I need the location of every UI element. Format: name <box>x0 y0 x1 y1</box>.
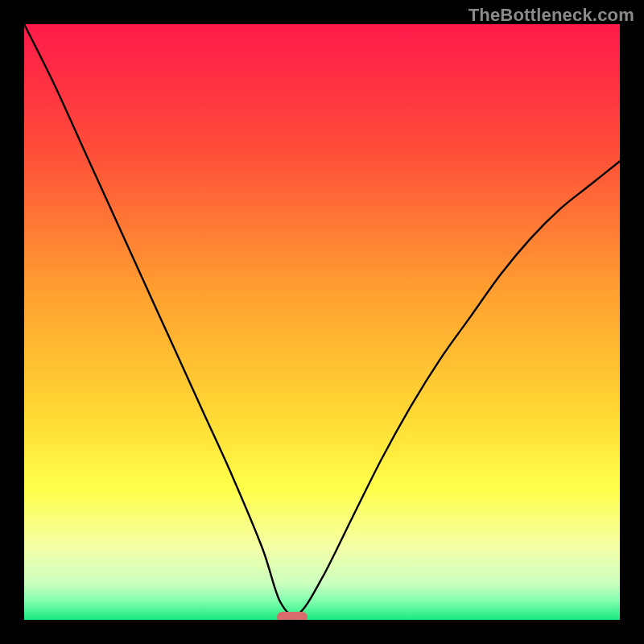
minimum-marker <box>277 612 308 620</box>
chart-frame: TheBottleneck.com <box>0 0 644 644</box>
watermark-text: TheBottleneck.com <box>469 5 634 26</box>
plot-area <box>24 24 620 620</box>
svg-rect-0 <box>24 24 620 620</box>
background-gradient <box>24 24 620 620</box>
